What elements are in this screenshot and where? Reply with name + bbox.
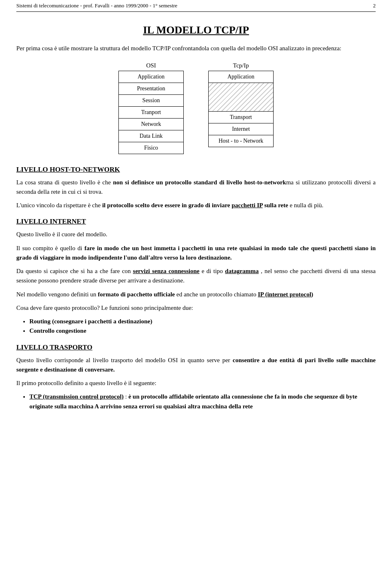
- tcpip-layer-hatched: [208, 83, 274, 112]
- tcpip-layer-application: Application: [208, 71, 274, 83]
- osi-label: OSI: [146, 62, 156, 69]
- section-heading: LIVELLO TRASPORTO: [16, 343, 376, 352]
- header-left: Sistemi di telecomunicazione - prof. Fav…: [16, 2, 177, 9]
- bullet-list: Routing (consegnare i pacchetti a destin…: [29, 317, 376, 336]
- list-item: Controllo congestione: [29, 326, 376, 336]
- page-title: IL MODELLO TCP/IP: [16, 24, 376, 36]
- body-paragraph: Il suo compito è quello di fare in modo …: [16, 244, 376, 263]
- body-paragraph: Questo livello corrisponde al livello tr…: [16, 356, 376, 375]
- tcpip-label: Tcp/Ip: [233, 62, 249, 69]
- osi-layer-session: Session: [118, 95, 184, 107]
- body-paragraph: Il primo protocollo definito a questo li…: [16, 379, 376, 388]
- osi-layer-datalink: Data Link: [118, 130, 184, 142]
- osi-layer-application: Application: [118, 71, 184, 83]
- body-paragraph: L'unico vincolo da rispettare è che il p…: [16, 201, 376, 210]
- osi-layer-presentation: Presentation: [118, 83, 184, 95]
- bullet-list: TCP (transmission control protocol) : è …: [29, 392, 376, 411]
- intro-paragraph: Per prima cosa è utile mostrare la strut…: [16, 44, 376, 53]
- body-paragraph: Nel modello vengono definiti un formato …: [16, 290, 376, 299]
- list-item: Routing (consegnare i pacchetti a destin…: [29, 317, 376, 326]
- osi-layer-tranport: Tranport: [118, 107, 184, 119]
- body-paragraph: Da questo si capisce che si ha a che far…: [16, 267, 376, 286]
- tcpip-layer-internet: Internet: [208, 123, 274, 135]
- tcpip-layer-transport: Transport: [208, 112, 274, 123]
- tcpip-layer-host-to-network: Host - to - Network: [208, 135, 274, 147]
- header-right: 2: [373, 2, 376, 9]
- model-diagram: OSI Application Presentation Session Tra…: [16, 62, 376, 154]
- body-paragraph: Cosa deve fare questo protocollo? Le fun…: [16, 303, 376, 313]
- osi-layer-network: Network: [118, 119, 184, 130]
- osi-layer-fisico: Fisico: [118, 142, 184, 154]
- section-heading: LIVELLO HOST-TO-NETWORK: [16, 166, 376, 174]
- section-heading: LIVELLO INTERNET: [16, 217, 376, 226]
- header-bar: Sistemi di telecomunicazione - prof. Fav…: [16, 0, 376, 12]
- body-paragraph: La cosa strana di questo livello è che n…: [16, 178, 376, 197]
- body-paragraph: Questo livello è il cuore del modello.: [16, 230, 376, 239]
- tcpip-column: Tcp/Ip Application Transport Internet Ho…: [208, 62, 274, 147]
- osi-column: OSI Application Presentation Session Tra…: [118, 62, 184, 154]
- sections-container: LIVELLO HOST-TO-NETWORKLa cosa strana di…: [16, 166, 376, 411]
- list-item: TCP (transmission control protocol) : è …: [29, 392, 376, 411]
